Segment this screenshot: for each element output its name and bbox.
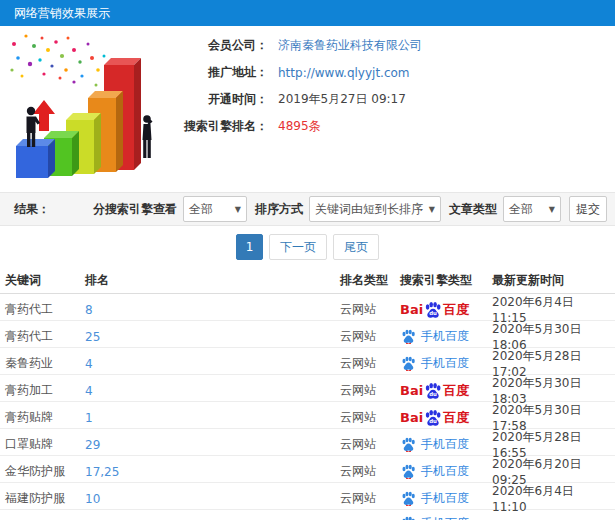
table-row: 膏药贴牌 1 云网站 Baidu百度 2020年5月30日 17:58 xyxy=(0,402,615,429)
baidu-paw-icon: du xyxy=(424,301,442,319)
info-form: 会员公司： 济南秦鲁药业科技有限公司 推广地址： http://www.qlyy… xyxy=(176,26,615,140)
company-link[interactable]: 济南秦鲁药业科技有限公司 xyxy=(278,37,422,54)
baidu-paw-icon: du xyxy=(424,409,442,427)
promo-url-label: 推广地址： xyxy=(176,64,268,81)
rank-link[interactable]: 29 xyxy=(85,438,100,452)
rank-type-cell: 云网站 xyxy=(340,490,400,507)
svg-text:du: du xyxy=(429,391,437,397)
table-row: 秦鲁药业 4 云网站 手机百度 2020年5月28日 17:02 xyxy=(0,348,615,375)
col-header-engine-type: 搜索引擎类型 xyxy=(400,272,492,289)
info-row-company: 会员公司： 济南秦鲁药业科技有限公司 xyxy=(176,32,615,59)
engine-view-label: 分搜索引擎查看 xyxy=(93,201,177,218)
baidu-paw-icon xyxy=(401,329,416,344)
article-type-label: 文章类型 xyxy=(449,201,497,218)
table-row: 口罩贴牌 29 云网站 手机百度 2020年5月28日 16:55 xyxy=(0,429,615,456)
baidu-mobile-logo: 手机百度 xyxy=(400,490,492,507)
person-figure-right xyxy=(143,115,153,158)
baidu-mobile-label: 手机百度 xyxy=(421,463,469,480)
next-page-button[interactable]: 下一页 xyxy=(269,234,327,260)
sort-label: 排序方式 xyxy=(255,201,303,218)
baidu-pc-logo: Baidu百度 xyxy=(400,382,492,400)
rank-type-cell: 云网站 xyxy=(340,382,400,399)
filter-bar: 结果： 分搜索引擎查看 全部 ▼ 排序方式 关键词由短到长排序 ▼ 文章类型 全… xyxy=(0,192,615,226)
info-row-url: 推广地址： http://www.qlyyjt.com xyxy=(176,59,615,86)
baidu-mobile-logo: 手机百度 xyxy=(400,328,492,345)
article-type-selected: 全部 xyxy=(509,201,533,218)
open-time-value: 2019年5月27日 09:17 xyxy=(278,91,406,108)
pagination: 1 下一页 尾页 xyxy=(0,226,615,268)
baidu-mobile-label: 手机百度 xyxy=(421,515,469,520)
keyword-cell: 福建防护服 xyxy=(5,490,85,507)
info-section: 会员公司： 济南秦鲁药业科技有限公司 推广地址： http://www.qlyy… xyxy=(0,26,615,192)
keyword-cell: 口罩贴牌 xyxy=(5,436,85,453)
sort-selected: 关键词由短到长排序 xyxy=(315,201,423,218)
up-arrow-icon xyxy=(33,100,55,131)
page: 网络营销效果展示 xyxy=(0,0,615,520)
open-time-label: 开通时间： xyxy=(176,91,268,108)
col-header-updated: 最新更新时间 xyxy=(492,272,610,289)
baidu-pc-logo-suffix: 百度 xyxy=(443,409,469,427)
rank-link[interactable]: 10 xyxy=(85,492,100,506)
bar-chart-illustration xyxy=(4,30,172,184)
engine-rank-count: 4895条 xyxy=(278,118,321,135)
rank-link[interactable]: 1 xyxy=(85,411,93,425)
rank-link[interactable]: 25 xyxy=(85,330,100,344)
rank-type-cell: 云网站 xyxy=(340,355,400,372)
baidu-mobile-label: 手机百度 xyxy=(421,436,469,453)
baidu-mobile-logo: 手机百度 xyxy=(400,515,492,520)
rank-type-cell: 云网站 xyxy=(340,409,400,426)
engine-rank-label: 搜索引擎排名： xyxy=(176,118,268,135)
titlebar: 网络营销效果展示 xyxy=(0,0,615,26)
baidu-paw-icon xyxy=(401,491,416,506)
keyword-cell: 膏药贴牌 xyxy=(5,409,85,426)
article-type-select[interactable]: 全部 ▼ xyxy=(503,196,561,222)
rank-link[interactable]: 8 xyxy=(85,303,93,317)
baidu-pc-logo: Baidu百度 xyxy=(400,409,492,427)
col-header-keyword: 关键词 xyxy=(5,272,85,289)
submit-button[interactable]: 提交 xyxy=(569,196,607,222)
baidu-mobile-logo: 手机百度 xyxy=(400,355,492,372)
table-row: 福建防护服 10 云网站 手机百度 2020年6月4日 11:10 xyxy=(0,483,615,510)
baidu-pc-logo: Baidu百度 xyxy=(400,301,492,319)
baidu-mobile-label: 手机百度 xyxy=(421,490,469,507)
svg-text:du: du xyxy=(429,418,437,424)
page-button-current[interactable]: 1 xyxy=(236,234,263,260)
col-header-rank: 排名 xyxy=(85,272,340,289)
baidu-paw-icon xyxy=(401,516,416,520)
engine-view-select[interactable]: 全部 ▼ xyxy=(183,196,247,222)
rank-link[interactable]: 17,25 xyxy=(85,465,119,479)
table-header-row: 关键词 排名 排名类型 搜索引擎类型 最新更新时间 xyxy=(0,268,615,294)
baidu-pc-logo-prefix: Bai xyxy=(400,410,423,425)
baidu-paw-icon xyxy=(401,437,416,452)
results-table: 关键词 排名 排名类型 搜索引擎类型 最新更新时间 膏药代工 8 云网站 Bai… xyxy=(0,268,615,520)
col-header-rank-type: 排名类型 xyxy=(340,272,400,289)
baidu-paw-icon xyxy=(401,356,416,371)
baidu-mobile-logo: 手机百度 xyxy=(400,463,492,480)
rank-link[interactable]: 4 xyxy=(85,357,93,371)
table-body: 膏药代工 8 云网站 Baidu百度 2020年6月4日 11:15 膏药代工 … xyxy=(0,294,615,520)
info-row-rank-count: 搜索引擎排名： 4895条 xyxy=(176,113,615,140)
keyword-cell: 秦鲁药业 xyxy=(5,355,85,372)
chevron-down-icon: ▼ xyxy=(549,205,555,214)
last-page-button[interactable]: 尾页 xyxy=(333,234,379,260)
confetti xyxy=(10,34,113,89)
sort-select[interactable]: 关键词由短到长排序 ▼ xyxy=(309,196,441,222)
rank-link[interactable]: 4 xyxy=(85,384,93,398)
rank-type-cell: 云网站 xyxy=(340,436,400,453)
updated-cell: 2020年6月4日 11:10 xyxy=(492,483,610,514)
baidu-mobile-label: 手机百度 xyxy=(421,355,469,372)
baidu-mobile-label: 手机百度 xyxy=(421,328,469,345)
table-row: 膏药代工 8 云网站 Baidu百度 2020年6月4日 11:15 xyxy=(0,294,615,321)
svg-text:du: du xyxy=(429,310,437,316)
keyword-cell: 膏药代工 xyxy=(5,301,85,318)
rank-type-cell: 云网站 xyxy=(340,301,400,318)
info-row-open-time: 开通时间： 2019年5月27日 09:17 xyxy=(176,86,615,113)
rank-type-cell: 云网站 xyxy=(340,463,400,480)
engine-view-selected: 全部 xyxy=(189,201,213,218)
page-title: 网络营销效果展示 xyxy=(14,6,110,20)
chevron-down-icon: ▼ xyxy=(429,205,435,214)
baidu-pc-logo-suffix: 百度 xyxy=(443,382,469,400)
chevron-down-icon: ▼ xyxy=(235,205,241,214)
table-row: 金华防护服 17,25 云网站 手机百度 2020年6月20日 09:25 xyxy=(0,456,615,483)
promo-url-link[interactable]: http://www.qlyyjt.com xyxy=(278,66,410,80)
